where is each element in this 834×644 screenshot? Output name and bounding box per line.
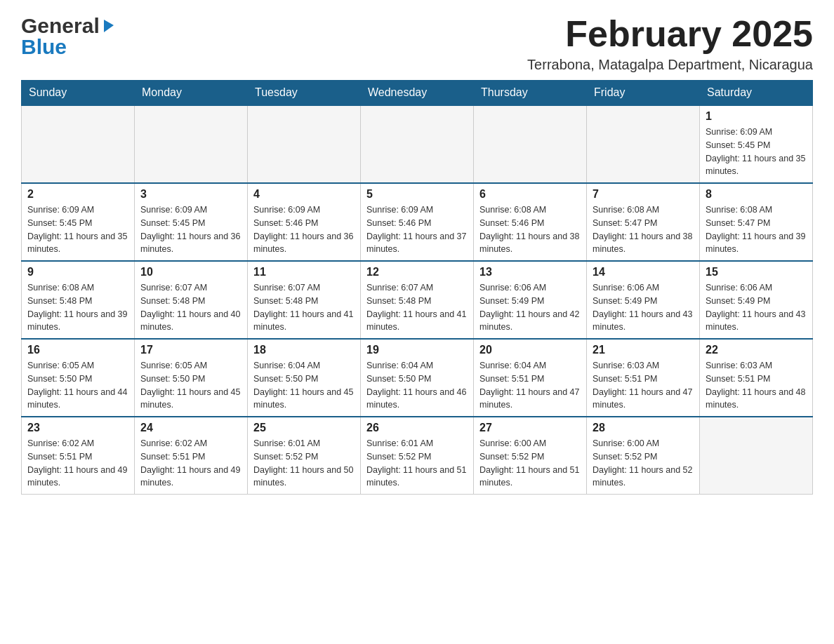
day-number: 17 [140, 344, 241, 356]
logo-general: General [21, 14, 100, 38]
day-number: 11 [253, 266, 355, 279]
day-number: 1 [706, 110, 807, 123]
calendar-table: SundayMondayTuesdayWednesdayThursdayFrid… [21, 80, 813, 495]
calendar-day-cell [474, 105, 587, 183]
day-info: Sunrise: 6:04 AMSunset: 5:50 PMDaylight:… [253, 359, 355, 412]
day-info: Sunrise: 6:03 AMSunset: 5:51 PMDaylight:… [593, 359, 694, 412]
day-number: 12 [366, 266, 468, 279]
calendar-day-cell: 2Sunrise: 6:09 AMSunset: 5:45 PMDaylight… [22, 183, 135, 261]
day-number: 19 [366, 344, 468, 356]
calendar-day-cell: 7Sunrise: 6:08 AMSunset: 5:47 PMDaylight… [587, 183, 700, 261]
day-info: Sunrise: 6:01 AMSunset: 5:52 PMDaylight:… [366, 437, 468, 490]
calendar-day-cell: 25Sunrise: 6:01 AMSunset: 5:52 PMDayligh… [248, 417, 361, 495]
logo-arrow-icon [101, 17, 117, 35]
calendar-day-cell: 17Sunrise: 6:05 AMSunset: 5:50 PMDayligh… [135, 339, 248, 417]
calendar-day-cell: 5Sunrise: 6:09 AMSunset: 5:46 PMDaylight… [361, 183, 474, 261]
calendar-day-cell: 10Sunrise: 6:07 AMSunset: 5:48 PMDayligh… [135, 261, 248, 339]
day-info: Sunrise: 6:02 AMSunset: 5:51 PMDaylight:… [140, 437, 241, 490]
day-number: 13 [479, 266, 581, 279]
logo: General Blue [21, 14, 117, 59]
day-number: 25 [253, 422, 355, 434]
day-info: Sunrise: 6:05 AMSunset: 5:50 PMDaylight:… [140, 359, 241, 412]
weekday-header-monday: Monday [135, 81, 248, 106]
day-number: 20 [479, 344, 581, 356]
day-info: Sunrise: 6:02 AMSunset: 5:51 PMDaylight:… [27, 437, 128, 490]
day-info: Sunrise: 6:06 AMSunset: 5:49 PMDaylight:… [479, 281, 581, 334]
day-info: Sunrise: 6:00 AMSunset: 5:52 PMDaylight:… [479, 437, 581, 490]
svg-marker-0 [104, 20, 114, 32]
calendar-day-cell: 6Sunrise: 6:08 AMSunset: 5:46 PMDaylight… [474, 183, 587, 261]
day-info: Sunrise: 6:07 AMSunset: 5:48 PMDaylight:… [253, 281, 355, 334]
day-info: Sunrise: 6:08 AMSunset: 5:48 PMDaylight:… [27, 281, 128, 334]
day-info: Sunrise: 6:09 AMSunset: 5:45 PMDaylight:… [27, 203, 128, 256]
calendar-week-row: 16Sunrise: 6:05 AMSunset: 5:50 PMDayligh… [22, 339, 813, 417]
calendar-day-cell [248, 105, 361, 183]
calendar-day-cell: 22Sunrise: 6:03 AMSunset: 5:51 PMDayligh… [700, 339, 813, 417]
day-info: Sunrise: 6:09 AMSunset: 5:45 PMDaylight:… [140, 203, 241, 256]
calendar-week-row: 1Sunrise: 6:09 AMSunset: 5:45 PMDaylight… [22, 105, 813, 183]
day-number: 24 [140, 422, 241, 434]
calendar-week-row: 2Sunrise: 6:09 AMSunset: 5:45 PMDaylight… [22, 183, 813, 261]
weekday-header-row: SundayMondayTuesdayWednesdayThursdayFrid… [22, 81, 813, 106]
calendar-day-cell [135, 105, 248, 183]
calendar-day-cell: 13Sunrise: 6:06 AMSunset: 5:49 PMDayligh… [474, 261, 587, 339]
calendar-day-cell: 1Sunrise: 6:09 AMSunset: 5:45 PMDaylight… [700, 105, 813, 183]
day-number: 2 [27, 188, 128, 201]
day-number: 5 [366, 188, 468, 201]
day-info: Sunrise: 6:04 AMSunset: 5:50 PMDaylight:… [366, 359, 468, 412]
day-number: 6 [479, 188, 581, 201]
day-info: Sunrise: 6:08 AMSunset: 5:47 PMDaylight:… [706, 203, 807, 256]
day-number: 28 [593, 422, 694, 434]
weekday-header-wednesday: Wednesday [361, 81, 474, 106]
title-area: February 2025 Terrabona, Matagalpa Depar… [527, 14, 813, 73]
day-info: Sunrise: 6:00 AMSunset: 5:52 PMDaylight:… [593, 437, 694, 490]
day-info: Sunrise: 6:09 AMSunset: 5:46 PMDaylight:… [366, 203, 468, 256]
day-number: 14 [593, 266, 694, 279]
day-number: 16 [27, 344, 128, 356]
day-info: Sunrise: 6:07 AMSunset: 5:48 PMDaylight:… [366, 281, 468, 334]
day-number: 26 [366, 422, 468, 434]
day-info: Sunrise: 6:09 AMSunset: 5:45 PMDaylight:… [706, 126, 807, 178]
weekday-header-saturday: Saturday [700, 81, 813, 106]
day-info: Sunrise: 6:06 AMSunset: 5:49 PMDaylight:… [593, 281, 694, 334]
weekday-header-tuesday: Tuesday [248, 81, 361, 106]
calendar-day-cell: 19Sunrise: 6:04 AMSunset: 5:50 PMDayligh… [361, 339, 474, 417]
day-info: Sunrise: 6:06 AMSunset: 5:49 PMDaylight:… [706, 281, 807, 334]
logo-blue: Blue [21, 35, 67, 59]
day-number: 9 [27, 266, 128, 279]
calendar-day-cell: 20Sunrise: 6:04 AMSunset: 5:51 PMDayligh… [474, 339, 587, 417]
page-header: General Blue February 2025 Terrabona, Ma… [21, 14, 813, 73]
day-number: 7 [593, 188, 694, 201]
calendar-day-cell: 28Sunrise: 6:00 AMSunset: 5:52 PMDayligh… [587, 417, 700, 495]
calendar-day-cell: 18Sunrise: 6:04 AMSunset: 5:50 PMDayligh… [248, 339, 361, 417]
calendar-day-cell: 8Sunrise: 6:08 AMSunset: 5:47 PMDaylight… [700, 183, 813, 261]
day-info: Sunrise: 6:09 AMSunset: 5:46 PMDaylight:… [253, 203, 355, 256]
day-info: Sunrise: 6:07 AMSunset: 5:48 PMDaylight:… [140, 281, 241, 334]
calendar-day-cell: 14Sunrise: 6:06 AMSunset: 5:49 PMDayligh… [587, 261, 700, 339]
calendar-day-cell: 21Sunrise: 6:03 AMSunset: 5:51 PMDayligh… [587, 339, 700, 417]
day-number: 15 [706, 266, 807, 279]
calendar-day-cell [22, 105, 135, 183]
calendar-day-cell: 26Sunrise: 6:01 AMSunset: 5:52 PMDayligh… [361, 417, 474, 495]
calendar-day-cell [587, 105, 700, 183]
day-number: 10 [140, 266, 241, 279]
calendar-week-row: 23Sunrise: 6:02 AMSunset: 5:51 PMDayligh… [22, 417, 813, 495]
day-number: 22 [706, 344, 807, 356]
calendar-day-cell: 4Sunrise: 6:09 AMSunset: 5:46 PMDaylight… [248, 183, 361, 261]
day-number: 21 [593, 344, 694, 356]
day-info: Sunrise: 6:05 AMSunset: 5:50 PMDaylight:… [27, 359, 128, 412]
month-year-title: February 2025 [527, 14, 813, 54]
calendar-day-cell: 16Sunrise: 6:05 AMSunset: 5:50 PMDayligh… [22, 339, 135, 417]
location-subtitle: Terrabona, Matagalpa Department, Nicarag… [527, 57, 813, 73]
calendar-day-cell: 11Sunrise: 6:07 AMSunset: 5:48 PMDayligh… [248, 261, 361, 339]
day-number: 18 [253, 344, 355, 356]
calendar-day-cell: 23Sunrise: 6:02 AMSunset: 5:51 PMDayligh… [22, 417, 135, 495]
calendar-day-cell: 27Sunrise: 6:00 AMSunset: 5:52 PMDayligh… [474, 417, 587, 495]
day-info: Sunrise: 6:08 AMSunset: 5:46 PMDaylight:… [479, 203, 581, 256]
day-info: Sunrise: 6:04 AMSunset: 5:51 PMDaylight:… [479, 359, 581, 412]
day-info: Sunrise: 6:01 AMSunset: 5:52 PMDaylight:… [253, 437, 355, 490]
day-number: 4 [253, 188, 355, 201]
weekday-header-friday: Friday [587, 81, 700, 106]
calendar-day-cell: 12Sunrise: 6:07 AMSunset: 5:48 PMDayligh… [361, 261, 474, 339]
calendar-day-cell [361, 105, 474, 183]
